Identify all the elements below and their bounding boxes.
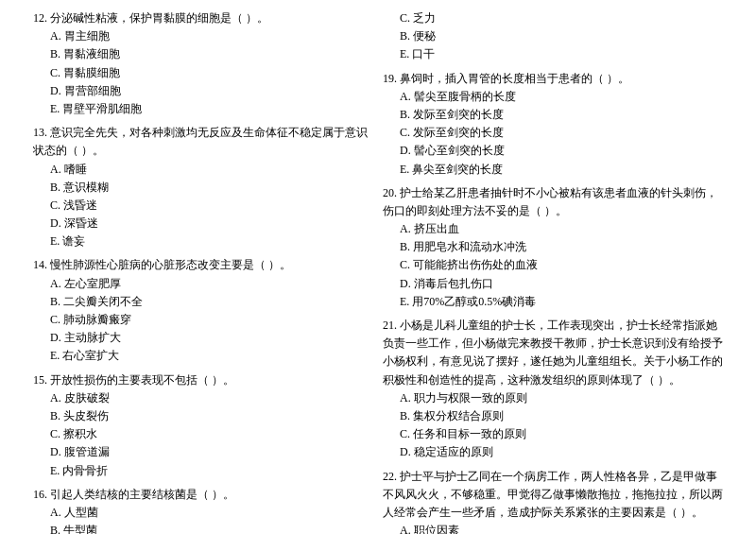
q19-opt-e: E. 鼻尖至剑突的长度 — [383, 161, 723, 179]
q18-opt-d: B. 便秘 — [383, 27, 723, 45]
right-column: C. 乏力 B. 便秘 E. 口干 19. 鼻饲时，插入胃管的长度相当于患者的（… — [378, 9, 728, 534]
q14-opt-e: E. 右心室扩大 — [33, 347, 373, 365]
q14-opt-b: B. 二尖瓣关闭不全 — [33, 293, 373, 311]
page-content: 12. 分泌碱性粘液，保护胃黏膜的细胞是（ ）。 A. 胃主细胞 B. 胃黏液细… — [28, 9, 728, 534]
q19-opt-c: C. 发际至剑突的长度 — [383, 124, 723, 142]
question-14-title: 14. 慢性肺源性心脏病的心脏形态改变主要是（ ）。 — [33, 256, 373, 274]
q19-opt-d: D. 髻心至剑突的长度 — [383, 142, 723, 160]
q21-opt-c: C. 任务和目标一致的原则 — [383, 425, 723, 443]
question-13-title: 13. 意识完全先失，对各种刺激均无反应及生命体征不稳定属于意识状态的（ ）。 — [33, 124, 373, 160]
question-16-title: 16. 引起人类结核的主要结核菌是（ ）。 — [33, 486, 373, 504]
question-21: 21. 小杨是儿科儿童组的护士长，工作表现突出，护士长经常指派她负责一些工作，但… — [383, 317, 723, 462]
question-12: 12. 分泌碱性粘液，保护胃黏膜的细胞是（ ）。 A. 胃主细胞 B. 胃黏液细… — [33, 9, 373, 118]
q12-opt-d: D. 胃营部细胞 — [33, 82, 373, 100]
question-22-title: 22. 护士平与护士乙同在一个病房工作，两人性格各异，乙是甲做事不风风火火，不够… — [383, 468, 723, 523]
q16-opt-a: A. 人型菌 — [33, 504, 373, 522]
question-15: 15. 开放性损伤的主要表现不包括（ ）。 A. 皮肤破裂 B. 头皮裂伤 C.… — [33, 371, 373, 480]
q14-opt-d: D. 主动脉扩大 — [33, 329, 373, 347]
question-19-title: 19. 鼻饲时，插入胃管的长度相当于患者的（ ）。 — [383, 70, 723, 88]
q15-opt-c: C. 擦积水 — [33, 425, 373, 443]
q20-opt-a: A. 挤压出血 — [383, 220, 723, 238]
q12-opt-a: A. 胃主细胞 — [33, 27, 373, 45]
q21-opt-a: A. 职力与权限一致的原则 — [383, 389, 723, 407]
question-13: 13. 意识完全先失，对各种刺激均无反应及生命体征不稳定属于意识状态的（ ）。 … — [33, 124, 373, 250]
q18-opt-e: E. 口干 — [383, 45, 723, 63]
q14-opt-a: A. 左心室肥厚 — [33, 275, 373, 293]
q13-opt-a: A. 嗜睡 — [33, 161, 373, 179]
question-18-continued: C. 乏力 B. 便秘 E. 口干 — [383, 9, 723, 64]
q19-opt-b: B. 发际至剑突的长度 — [383, 106, 723, 124]
question-21-title: 21. 小杨是儿科儿童组的护士长，工作表现突出，护士长经常指派她负责一些工作，但… — [383, 317, 723, 389]
q22-opt-a: A. 职位因素 — [383, 522, 723, 534]
q13-opt-c: C. 浅昏迷 — [33, 197, 373, 215]
question-14: 14. 慢性肺源性心脏病的心脏形态改变主要是（ ）。 A. 左心室肥厚 B. 二… — [33, 256, 373, 365]
question-22: 22. 护士平与护士乙同在一个病房工作，两人性格各异，乙是甲做事不风风火火，不够… — [383, 468, 723, 535]
q13-opt-b: B. 意识模糊 — [33, 179, 373, 197]
q19-opt-a: A. 髻尖至腹骨柄的长度 — [383, 88, 723, 106]
q12-opt-b: B. 胃黏液细胞 — [33, 45, 373, 63]
question-19: 19. 鼻饲时，插入胃管的长度相当于患者的（ ）。 A. 髻尖至腹骨柄的长度 B… — [383, 70, 723, 179]
q12-opt-c: C. 胃黏膜细胞 — [33, 64, 373, 82]
q21-opt-d: D. 稳定适应的原则 — [383, 443, 723, 461]
question-16: 16. 引起人类结核的主要结核菌是（ ）。 A. 人型菌 B. 牛型菌 C. 鼠… — [33, 486, 373, 534]
q13-opt-d: D. 深昏迷 — [33, 215, 373, 233]
question-20: 20. 护士给某乙肝患者抽针时不小心被粘有该患者血液的针头刺伤，伤口的即刻处理方… — [383, 184, 723, 311]
q20-opt-d: D. 消毒后包扎伤口 — [383, 275, 723, 293]
q15-opt-e: E. 内骨骨折 — [33, 462, 373, 480]
q12-opt-e: E. 胃壁平滑肌细胞 — [33, 100, 373, 118]
q18-opt-c: C. 乏力 — [383, 9, 723, 27]
q20-opt-e: E. 用70%乙醇或0.5%碘消毒 — [383, 293, 723, 311]
left-column: 12. 分泌碱性粘液，保护胃黏膜的细胞是（ ）。 A. 胃主细胞 B. 胃黏液细… — [28, 9, 378, 534]
q20-opt-b: B. 用肥皂水和流动水冲洗 — [383, 238, 723, 256]
question-20-title: 20. 护士给某乙肝患者抽针时不小心被粘有该患者血液的针头刺伤，伤口的即刻处理方… — [383, 184, 723, 220]
q16-opt-b: B. 牛型菌 — [33, 522, 373, 534]
q15-opt-b: B. 头皮裂伤 — [33, 407, 373, 425]
question-12-title: 12. 分泌碱性粘液，保护胃黏膜的细胞是（ ）。 — [33, 9, 373, 27]
q13-opt-e: E. 谵妄 — [33, 233, 373, 250]
q14-opt-c: C. 肺动脉瓣瘢穿 — [33, 311, 373, 329]
q15-opt-a: A. 皮肤破裂 — [33, 389, 373, 407]
q15-opt-d: D. 腹管道漏 — [33, 443, 373, 461]
q20-opt-c: C. 可能能挤出伤伤处的血液 — [383, 256, 723, 274]
q21-opt-b: B. 集权分权结合原则 — [383, 407, 723, 425]
question-15-title: 15. 开放性损伤的主要表现不包括（ ）。 — [33, 371, 373, 389]
